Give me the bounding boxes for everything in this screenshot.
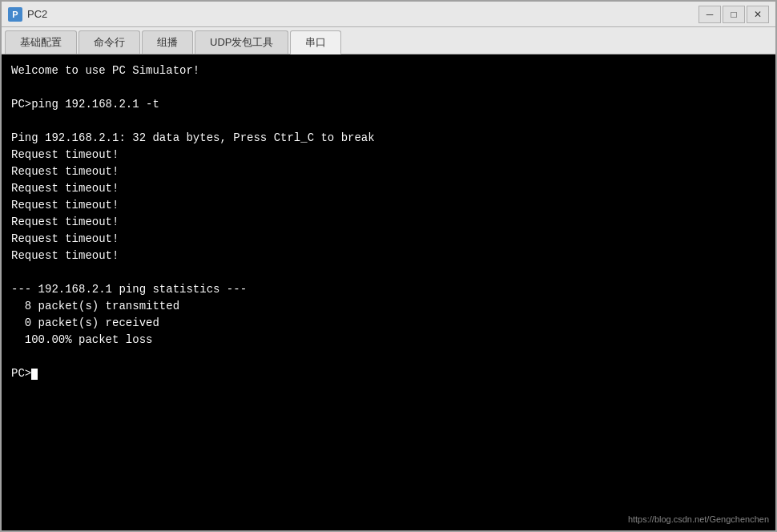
title-bar-controls: ─ □ ✕ [698,6,769,23]
close-button[interactable]: ✕ [747,6,769,23]
title-bar-left: P PC2 [8,7,47,22]
window-title: PC2 [27,8,47,20]
tab-serial[interactable]: 串口 [290,30,341,54]
terminal-cursor [31,369,38,380]
terminal-output: Welcome to use PC Simulator! PC>ping 192… [11,62,766,382]
tab-command-line[interactable]: 命令行 [79,30,140,54]
main-window: P PC2 ─ □ ✕ 基础配置 命令行 组播 UDP发包工具 串口 Welco… [0,0,777,532]
terminal-area[interactable]: Welcome to use PC Simulator! PC>ping 192… [2,54,775,530]
maximize-button[interactable]: □ [723,6,745,23]
tab-basic-config[interactable]: 基础配置 [5,30,77,54]
tab-udp-tool[interactable]: UDP发包工具 [195,30,288,54]
title-bar: P PC2 ─ □ ✕ [2,2,775,27]
window-icon: P [8,7,22,22]
watermark: https://blog.csdn.net/Gengchenchen [628,514,769,524]
tab-multicast[interactable]: 组播 [142,30,193,54]
minimize-button[interactable]: ─ [698,6,721,23]
tab-bar: 基础配置 命令行 组播 UDP发包工具 串口 [2,27,775,54]
